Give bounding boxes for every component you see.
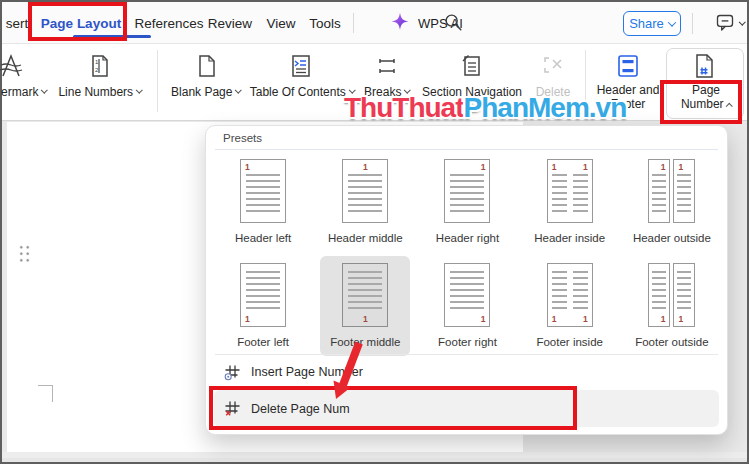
preset-thumbnail: 1 1 [547,263,593,327]
status-bar [2,452,747,462]
preset-header-left[interactable]: 1 Header left [225,152,301,252]
section-navigation-icon [458,52,486,80]
insert-page-number-label: Insert Page Number [251,365,363,379]
preset-thumbnail: 1 [240,263,286,327]
presets-grid: 1 Header left 1 Header middle 1 Header r… [212,152,723,356]
insert-page-number-icon [224,364,241,381]
preset-label: Footer middle [330,336,400,348]
page-number-mark: 1 [245,315,250,323]
preset-header-right[interactable]: 1 Header right [426,152,509,252]
presets-title-divider [215,149,718,150]
page-number-mark: 1 [678,163,683,171]
annotation-box-page-layout [28,2,127,41]
presets-title: Presets [223,132,262,144]
search-icon[interactable] [442,11,464,33]
page-number-mark: 1 [583,163,588,171]
chevron-down-icon [41,87,47,93]
page-number-icon [690,52,718,80]
tabbar-divider-right [692,13,693,34]
page-number-mark: 1 [552,163,557,171]
preset-label: Header outside [633,232,711,244]
line-numbers-button[interactable]: Line Numbers [50,84,150,99]
preset-thumbnail: 1 1 [547,159,593,223]
preset-thumbnail: 1 [444,263,490,327]
watermark-blue-text: PhanMem.vn [464,92,627,123]
blank-page-button[interactable]: Blank Page [156,84,256,99]
preset-label: Footer outside [635,336,709,348]
page-number-mark: 1 [245,163,250,171]
table-of-contents-icon [287,52,315,80]
line-numbers-icon: 1 2 [86,52,114,80]
tabbar-divider [353,13,354,33]
menu-divider [215,354,718,355]
header-footer-icon [614,52,642,80]
preset-footer-middle[interactable]: 1 Footer middle [320,256,410,356]
preset-label: Footer left [237,336,289,348]
annotation-box-page-number [660,80,742,124]
preset-footer-left[interactable]: 1 Footer left [227,256,299,356]
blank-page-label: Blank Page [171,85,232,99]
page-number-mark: 1 [343,163,387,171]
delete-icon [539,52,567,80]
tab-review[interactable]: Review [199,2,261,44]
preset-label: Footer right [438,336,497,348]
preset-header-inside[interactable]: 1 1 Header inside [524,152,615,252]
site-watermark: ThuThuatPhanMem.vn [344,92,626,124]
preset-thumbnail: 1 [444,159,490,223]
watermark-button[interactable]: ermark [0,84,50,99]
preset-thumbnail: 1 [240,159,286,223]
comment-chevron-down-icon[interactable] [739,19,745,25]
share-label: Share [629,16,664,31]
tab-tools-label: Tools [309,16,341,31]
tab-tools[interactable]: Tools [299,2,351,44]
preset-header-middle[interactable]: 1 Header middle [318,152,413,252]
comment-icon[interactable] [715,12,735,34]
tab-references[interactable]: References [129,2,209,44]
chevron-down-icon [668,18,676,26]
preset-footer-right[interactable]: 1 Footer right [428,256,507,356]
ribbon-divider [157,50,158,112]
share-button[interactable]: Share [623,11,681,36]
preset-label: Header left [235,232,291,244]
page-number-mark: 1 [583,315,588,323]
page-number-mark: 1 [678,315,683,323]
wps-ai-sparkle-icon [388,11,412,35]
blank-page-icon [192,52,220,80]
line-numbers-label: Line Numbers [58,85,133,99]
table-of-contents-button[interactable]: Table Of Contents [246,84,358,99]
preset-label: Header inside [534,232,605,244]
watermark-red-text: ThuThuat [344,92,464,123]
preset-footer-inside[interactable]: 1 1 Footer inside [526,256,612,356]
margin-corner-mark [38,385,53,402]
page-number-mark: 1 [552,315,557,323]
paragraph-drag-handle-icon[interactable] [18,244,31,264]
watermark-icon [0,52,25,80]
chevron-down-icon [236,87,242,93]
tab-references-label: References [134,16,203,31]
preset-thumbnail: 1 1 [648,159,695,223]
preset-label: Footer inside [536,336,602,348]
preset-label: Header right [436,232,499,244]
page-number-mark: 1 [481,163,486,171]
page-number-mark: 1 [481,315,486,323]
preset-thumbnail: 1 1 [648,263,695,327]
preset-footer-outside[interactable]: 1 1 Footer outside [625,256,719,356]
breaks-icon [373,52,401,80]
tab-review-label: Review [208,16,252,31]
annotation-box-delete-page-num [209,386,577,430]
chevron-down-icon [136,87,142,93]
tab-view-label: View [266,16,295,31]
preset-thumbnail: 1 [342,159,388,223]
preset-header-outside[interactable]: 1 1 Header outside [623,152,721,252]
page-number-mark: 1 [661,315,666,323]
table-of-contents-label: Table Of Contents [250,85,346,99]
preset-label: Header middle [328,232,403,244]
wps-writer-window: sert Page Layout References Review View … [0,0,749,464]
page-number-mark: 1 [343,315,387,323]
preset-thumbnail: 1 [342,263,388,327]
tab-insert-label: sert [6,16,29,31]
watermark-label: ermark [1,85,38,99]
page-number-mark: 1 [661,163,666,171]
insert-page-number-item[interactable]: Insert Page Number [214,358,719,386]
